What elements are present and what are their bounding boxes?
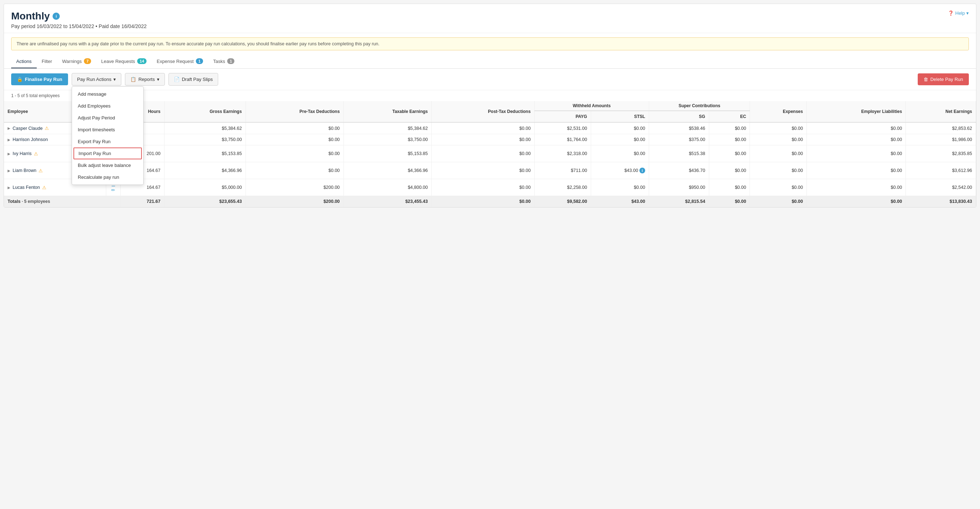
- table-body: ▶ Casper Claude ⚠ $5,384.62 $0.00 $5,384…: [4, 122, 976, 196]
- row-expand-icon[interactable]: ▶: [8, 126, 10, 130]
- reports-icon: 📋: [130, 77, 136, 82]
- totals-hours: 721.67: [121, 196, 164, 207]
- row-stsl: $0.00: [591, 122, 649, 134]
- row-expenses: $0.00: [750, 162, 807, 179]
- tab-bar: Actions Filter Warnings 7 Leave Requests…: [4, 55, 976, 69]
- dropdown-item-recalculate[interactable]: Recalculate pay run: [72, 171, 143, 183]
- row-net: $2,542.00: [906, 179, 976, 196]
- col-header-payg: PAYG: [534, 111, 591, 122]
- lock-icon: 🔒: [17, 77, 23, 82]
- totals-gross: $23,655.43: [164, 196, 245, 207]
- table-row: ▶ Casper Claude ⚠ $5,384.62 $0.00 $5,384…: [4, 122, 976, 134]
- totals-post-tax: $0.00: [432, 196, 535, 207]
- table-row: ▶ Harrison Johnson $3,750.00 $0.00 $3,75…: [4, 134, 976, 145]
- pay-table-container: Employee Hours Gross Earnings Pre-Tax De…: [4, 101, 976, 207]
- dropdown-item-add-employees[interactable]: Add Employees: [72, 100, 143, 112]
- row-net: $1,986.00: [906, 134, 976, 145]
- row-expand-icon[interactable]: ▶: [8, 152, 10, 156]
- info-icon[interactable]: i: [52, 13, 60, 20]
- table-row: ▶ Ivy Harris ⚠ ☰ ✏ 201.00 $5,153.85 $0.0…: [4, 145, 976, 162]
- dropdown-item-add-message[interactable]: Add message: [72, 88, 143, 100]
- row-net: $2,853.62: [906, 122, 976, 134]
- row-gross: $4,366.96: [164, 162, 245, 179]
- row-payg: $2,318.00: [534, 145, 591, 162]
- dropdown-item-bulk-adjust[interactable]: Bulk adjust leave balance: [72, 159, 143, 171]
- table-row: ▶ Lucas Fenton ⚠ ☰ ✏ 164.67 $5,000.00 $2…: [4, 179, 976, 196]
- row-net: $2,835.85: [906, 145, 976, 162]
- tab-tasks[interactable]: Tasks 1: [208, 55, 239, 68]
- row-taxable: $5,153.85: [344, 145, 432, 162]
- col-header-taxable: Taxable Earnings: [344, 101, 432, 122]
- row-sg: $950.00: [649, 179, 709, 196]
- totals-sg: $2,815.54: [649, 196, 709, 207]
- row-expand-icon[interactable]: ▶: [8, 169, 10, 173]
- table-group-header-row: Employee Hours Gross Earnings Pre-Tax De…: [4, 101, 976, 111]
- table-footer: Totals · 5 employees 721.67 $23,655.43 $…: [4, 196, 976, 207]
- row-expand-icon[interactable]: ▶: [8, 138, 10, 142]
- row-employer-liabilities: $0.00: [807, 134, 906, 145]
- totals-payg: $9,582.00: [534, 196, 591, 207]
- dropdown-item-import-timesheets[interactable]: Import timesheets: [72, 124, 143, 136]
- col-header-stsl: STSL: [591, 111, 649, 122]
- totals-label: Totals · 5 employees: [4, 196, 106, 207]
- totals-pre-tax: $200.00: [245, 196, 344, 207]
- page-header: Monthly i Pay period 16/03/2022 to 15/04…: [4, 4, 976, 33]
- question-icon: ❓: [948, 10, 954, 16]
- row-expenses: $0.00: [750, 134, 807, 145]
- row-taxable: $4,800.00: [344, 179, 432, 196]
- pay-run-actions-button[interactable]: Pay Run Actions ▾: [72, 73, 121, 86]
- row-pre-tax: $0.00: [245, 134, 344, 145]
- row-expand-icon[interactable]: ▶: [8, 186, 10, 190]
- tab-leave-requests[interactable]: Leave Requests 14: [96, 55, 151, 68]
- row-gross: $3,750.00: [164, 134, 245, 145]
- dropdown-item-export-pay-run[interactable]: Export Pay Run: [72, 136, 143, 147]
- row-ec: $0.00: [709, 145, 750, 162]
- delete-pay-run-button[interactable]: 🗑 Delete Pay Run: [918, 73, 969, 85]
- row-post-tax: $0.00: [432, 162, 535, 179]
- row-post-tax: $0.00: [432, 122, 535, 134]
- tab-warnings[interactable]: Warnings 7: [57, 55, 97, 68]
- page-title: Monthly i: [11, 10, 146, 22]
- dropdown-item-adjust-pay-period[interactable]: Adjust Pay Period: [72, 112, 143, 124]
- reports-button[interactable]: 📋 Reports ▾: [125, 73, 165, 86]
- totals-employer: $0.00: [807, 196, 906, 207]
- row-pre-tax: $200.00: [245, 179, 344, 196]
- row-taxable: $3,750.00: [344, 134, 432, 145]
- row-sg: $515.38: [649, 145, 709, 162]
- warning-icon: ⚠: [34, 151, 38, 157]
- row-gross: $5,153.85: [164, 145, 245, 162]
- tab-filter[interactable]: Filter: [37, 55, 57, 68]
- dropdown-item-import-pay-run[interactable]: Import Pay Run: [73, 147, 142, 159]
- trash-icon: 🗑: [923, 77, 928, 82]
- row-expenses: $0.00: [750, 145, 807, 162]
- pay-table: Employee Hours Gross Earnings Pre-Tax De…: [4, 101, 976, 207]
- row-net: $3,612.96: [906, 162, 976, 179]
- row-post-tax: $0.00: [432, 179, 535, 196]
- totals-expenses: $0.00: [750, 196, 807, 207]
- col-header-sg: SG: [649, 111, 709, 122]
- header-left: Monthly i Pay period 16/03/2022 to 15/04…: [11, 10, 146, 29]
- finalise-pay-run-button[interactable]: 🔒 Finalise Pay Run: [11, 73, 68, 85]
- edit-icon[interactable]: ✏: [111, 187, 115, 193]
- totals-actions: [106, 196, 121, 207]
- totals-taxable: $23,455.43: [344, 196, 432, 207]
- help-button[interactable]: ❓ Help ▾: [948, 10, 969, 16]
- stsl-info-icon[interactable]: i: [640, 168, 645, 173]
- tab-expense-request[interactable]: Expense Request 1: [151, 55, 208, 68]
- row-post-tax: $0.00: [432, 134, 535, 145]
- row-expenses: $0.00: [750, 122, 807, 134]
- draft-pay-slips-button[interactable]: 📄 Draft Pay Slips: [169, 73, 218, 86]
- warning-icon: ⚠: [45, 125, 49, 131]
- row-employer-liabilities: $0.00: [807, 162, 906, 179]
- row-taxable: $4,366.96: [344, 162, 432, 179]
- row-post-tax: $0.00: [432, 145, 535, 162]
- row-payg: $2,258.00: [534, 179, 591, 196]
- warning-banner: There are unfinalised pay runs with a pa…: [11, 37, 969, 50]
- col-header-post-tax: Post-Tax Deductions: [432, 101, 535, 122]
- totals-net: $13,830.43: [906, 196, 976, 207]
- row-employer-liabilities: $0.00: [807, 122, 906, 134]
- tab-actions[interactable]: Actions: [11, 55, 37, 68]
- col-header-pre-tax: Pre-Tax Deductions: [245, 101, 344, 122]
- actions-dropdown-menu: Add message Add Employees Adjust Pay Per…: [72, 86, 144, 185]
- pay-period-subtitle: Pay period 16/03/2022 to 15/04/2022 • Pa…: [11, 24, 146, 29]
